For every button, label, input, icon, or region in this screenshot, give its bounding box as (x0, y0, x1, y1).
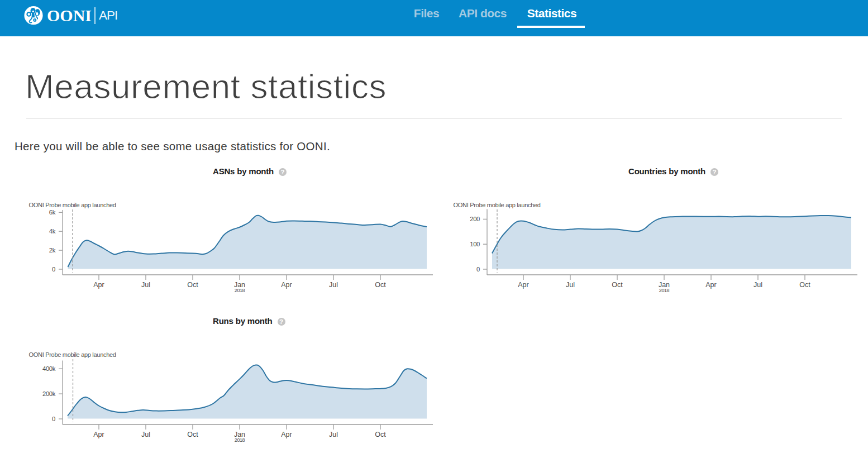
svg-text:2018: 2018 (235, 437, 245, 443)
svg-text:100: 100 (470, 241, 480, 247)
svg-text:0: 0 (52, 416, 55, 422)
svg-text:Oct: Oct (612, 281, 623, 289)
svg-text:Jul: Jul (141, 431, 150, 438)
svg-text:0: 0 (476, 266, 480, 273)
svg-text:400k: 400k (42, 365, 56, 372)
svg-text:2018: 2018 (235, 288, 245, 293)
svg-text:Apr: Apr (93, 281, 104, 289)
svg-text:Apr: Apr (518, 281, 528, 289)
svg-text:Jul: Jul (329, 281, 338, 289)
svg-text:Apr: Apr (281, 431, 292, 438)
svg-text:Oct: Oct (187, 431, 198, 438)
svg-text:Apr: Apr (705, 281, 716, 289)
svg-text:2k: 2k (49, 247, 56, 254)
svg-text:2018: 2018 (659, 288, 670, 293)
svg-text:Apr: Apr (93, 431, 104, 438)
svg-text:200: 200 (470, 216, 480, 222)
svg-text:0: 0 (52, 266, 55, 273)
svg-text:200k: 200k (42, 390, 56, 397)
svg-text:Oct: Oct (375, 281, 386, 289)
svg-text:Oct: Oct (799, 281, 810, 289)
svg-text:Oct: Oct (375, 431, 386, 438)
svg-text:Apr: Apr (281, 281, 292, 289)
svg-text:Jul: Jul (329, 431, 338, 438)
svg-text:6k: 6k (49, 209, 56, 216)
svg-text:Jul: Jul (141, 281, 150, 289)
svg-text:Jul: Jul (566, 281, 575, 289)
svg-text:4k: 4k (49, 228, 56, 235)
svg-text:Jul: Jul (753, 281, 762, 289)
svg-text:Oct: Oct (187, 281, 198, 289)
